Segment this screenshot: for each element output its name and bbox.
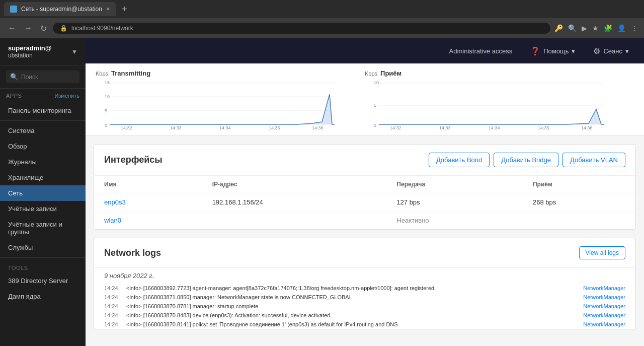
sidebar-item-label: Дамп ядра [8,293,41,300]
help-icon: ❓ [530,46,540,56]
extensions-icon[interactable]: 🧩 [604,24,612,32]
active-tab[interactable]: Сеть - superadmin@ubstation × [4,2,116,16]
svg-text:5: 5 [105,108,107,113]
log-source-4: NetworkManager [550,321,625,327]
tab-favicon [10,6,17,13]
sidebar-item-panel[interactable]: Панель мониторинга [0,103,86,118]
session-item[interactable]: ⚙ Сеанс ▾ [588,43,634,59]
log-entry-3: 14:24 <info> [1668003870.8483] device (e… [94,311,635,320]
col-tx: Передача [386,176,523,193]
nav-bar: ← → ↻ 🔒 localhost:9090/network 🔑 🔍 ▶ ★ 🧩… [0,18,644,38]
svg-text:14:32: 14:32 [121,125,132,129]
interface-link-enp0s3[interactable]: enp0s3 [104,198,126,206]
transmitting-svg: 15 10 5 0 14:32 [96,79,337,129]
help-item[interactable]: ❓ Помощь ▾ [525,43,580,59]
settings-icon: ⚙ [593,46,600,56]
apps-label: Apps [6,93,22,99]
tools-label: Tools [0,260,86,273]
profile-icon[interactable]: 👤 [617,24,626,32]
sidebar-divider-1 [0,120,86,121]
col-rx: Приём [523,176,635,193]
interfaces-header: Интерфейсы Добавить Bond Добавить Bridge… [94,145,635,176]
tab-close-button[interactable]: × [106,6,110,13]
search-icon: 🔍 [10,73,18,81]
log-time-3: 14:24 [104,312,122,318]
new-tab-button[interactable]: + [118,4,131,15]
transmitting-chart-area: 15 10 5 0 14:32 [96,79,365,129]
address-bar[interactable]: 🔒 localhost:9090/network [53,23,550,34]
add-bridge-button[interactable]: Добавить Bridge [494,153,558,167]
search-input[interactable] [21,74,75,81]
refresh-button[interactable]: ↻ [38,22,49,35]
transmitting-unit: Kbps [96,71,108,77]
interfaces-title: Интерфейсы [104,155,163,165]
receiving-title: Приём [380,70,401,77]
svg-text:14:33: 14:33 [439,125,451,129]
sidebar: superadmin@ ubstation ▼ 🔍 Apps Изменить … [0,38,86,346]
back-button[interactable]: ← [6,22,18,35]
sidebar-item-label: Службы [8,244,33,251]
sidebar-item-kdump[interactable]: Дамп ядра [0,289,86,304]
password-manager-icon[interactable]: 🔑 [554,24,563,32]
view-all-logs-button[interactable]: View all logs [579,246,625,259]
logs-header: Network logs View all logs [94,238,635,268]
address-text: localhost:9090/network [71,25,133,32]
user-info: superadmin@ ubstation [8,44,51,59]
forward-button[interactable]: → [22,22,34,35]
browser-nav-icons: 🔑 🔍 ▶ ★ 🧩 👤 ⋮ [554,24,638,32]
add-vlan-button[interactable]: Добавить VLAN [562,153,625,167]
svg-text:10: 10 [105,94,110,99]
interfaces-table: Имя IP-адрес Передача Приём enp0s3 192.1… [94,176,635,229]
log-entry-1: 14:24 <info> [1668003871.0850] manager: … [94,293,635,302]
log-source-2: NetworkManager [550,303,625,309]
browser-search-icon[interactable]: 🔍 [568,24,577,32]
col-ip: IP-адрес [202,176,387,193]
sidebar-item-accounts-groups[interactable]: Учётные записи и группы [0,217,86,240]
interfaces-actions: Добавить Bond Добавить Bridge Добавить V… [429,153,625,167]
log-time-4: 14:24 [104,321,122,327]
apps-section-header: Apps Изменить [0,89,86,103]
session-chevron-icon: ▾ [625,47,629,55]
logs-date: 9 ноября 2022 г. [94,268,635,284]
receiving-chart-area: 10 5 0 14:32 14:33 14:34 [365,79,634,129]
apps-edit-button[interactable]: Изменить [54,93,79,99]
svg-text:14:35: 14:35 [538,125,549,129]
menu-icon[interactable]: ⋮ [631,24,638,32]
sidebar-item-overview[interactable]: Обзор [0,139,86,154]
sidebar-item-system[interactable]: Система [0,123,86,139]
interface-link-wlan0[interactable]: wlan0 [104,217,121,224]
log-entry-4: 14:24 <info> [1668003870.8141] policy: s… [94,320,635,329]
bookmark-icon[interactable]: ★ [592,24,599,32]
help-chevron-icon: ▾ [572,47,575,55]
user-menu-chevron[interactable]: ▼ [71,48,77,55]
log-entry-0: 14:24 <info> [1668003892.7723] agent-man… [94,284,635,293]
lock-icon: 🔒 [60,25,67,32]
transmitting-label: Kbps Transmitting [96,70,365,77]
sidebar-item-services[interactable]: Службы [0,240,86,255]
interface-ip-0: 192.168.1.156/24 [202,193,387,212]
admin-access-item[interactable]: Administrative access [444,44,518,58]
cast-icon[interactable]: ▶ [582,24,587,32]
sidebar-item-network[interactable]: Сеть [0,185,86,201]
sidebar-item-storage[interactable]: Хранилище [0,170,86,185]
svg-text:15: 15 [105,80,110,85]
top-bar: Administrative access ❓ Помощь ▾ ⚙ Сеанс… [86,38,644,63]
col-name: Имя [94,176,202,193]
sidebar-item-accounts[interactable]: Учётные записи [0,201,86,217]
search-area: 🔍 [0,65,86,89]
add-bond-button[interactable]: Добавить Bond [429,153,490,167]
svg-text:14:32: 14:32 [390,125,401,129]
svg-text:14:35: 14:35 [269,125,280,129]
receiving-chart: Kbps Приём 10 5 0 [365,70,634,129]
sidebar-item-label: Обзор [8,143,27,150]
main-content[interactable]: Kbps Transmitting 15 10 5 0 [86,63,644,346]
sidebar-item-label: Учётные записи [8,205,57,213]
receiving-svg: 10 5 0 14:32 14:33 14:34 [365,79,606,129]
sidebar-item-389ds[interactable]: 389 Directory Server [0,273,86,289]
transmitting-chart: Kbps Transmitting 15 10 5 0 [96,70,365,129]
sidebar-item-logs[interactable]: Журналы [0,154,86,170]
receiving-label: Kbps Приём [365,70,634,77]
interfaces-section: Интерфейсы Добавить Bond Добавить Bridge… [94,144,636,230]
admin-access-label: Administrative access [449,47,513,55]
help-label: Помощь [543,47,569,55]
